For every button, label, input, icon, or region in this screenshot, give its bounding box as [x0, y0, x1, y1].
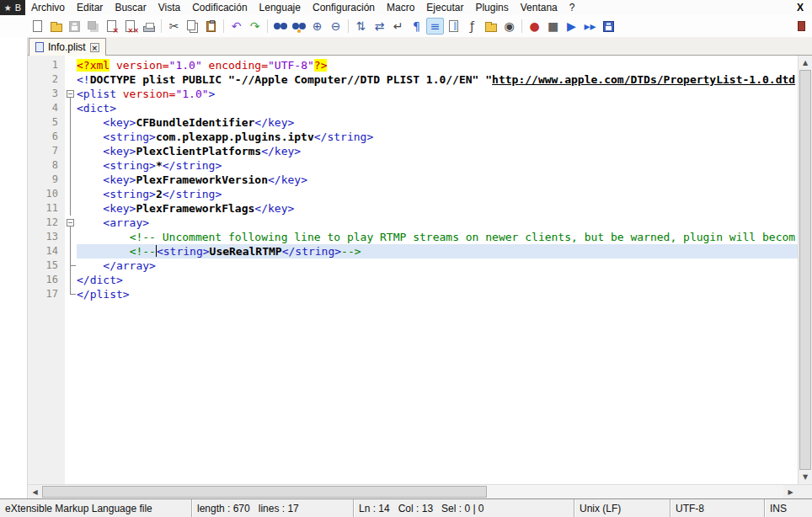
- close-all-button[interactable]: [121, 18, 139, 35]
- scroll-left-icon[interactable]: ◀: [28, 485, 42, 498]
- new-file-button[interactable]: [29, 18, 46, 35]
- horizontal-scroll-thumb[interactable]: [42, 486, 487, 498]
- code-token: <string>: [103, 131, 156, 143]
- undo-button[interactable]: ↶: [227, 18, 245, 35]
- line-number[interactable]: 9: [28, 173, 65, 187]
- line-number[interactable]: 8: [28, 158, 65, 173]
- cut-button[interactable]: ✂: [165, 18, 183, 35]
- code-line[interactable]: 17</plist>: [28, 287, 798, 301]
- menu-codificacion[interactable]: Codificación: [186, 0, 253, 15]
- stop-macro-button[interactable]: ■: [544, 18, 562, 35]
- save-macro-button[interactable]: [600, 18, 617, 35]
- function-list-button[interactable]: ƒ: [463, 18, 481, 35]
- menu-plugins[interactable]: Plugins: [469, 0, 514, 15]
- paste-button[interactable]: [202, 18, 220, 35]
- tab-info-plist[interactable]: Info.plist ×: [29, 38, 106, 56]
- redo-button[interactable]: ↷: [246, 18, 264, 35]
- line-number[interactable]: 2: [28, 72, 65, 87]
- line-number[interactable]: 15: [28, 258, 65, 273]
- code-line[interactable]: 14 <!--<string>UseRealRTMP</string>-->: [28, 244, 798, 258]
- fold-toggle-icon[interactable]: [65, 87, 77, 101]
- vertical-scrollbar[interactable]: ▲ ▼: [798, 56, 812, 484]
- menu-editar[interactable]: Editar: [71, 0, 109, 15]
- line-number[interactable]: 11: [28, 201, 65, 216]
- function-list-icon: ƒ: [470, 20, 474, 32]
- run-macro-multiple-icon: ▸▸: [584, 20, 596, 32]
- line-number[interactable]: 7: [28, 144, 65, 158]
- menu-ejecutar[interactable]: Ejecutar: [420, 0, 469, 15]
- code-line[interactable]: 13 <!-- Uncomment following line to play…: [28, 230, 798, 244]
- line-number[interactable]: 3: [28, 87, 65, 101]
- line-number[interactable]: 12: [28, 216, 65, 230]
- close-file-button[interactable]: [103, 18, 120, 35]
- code-token: <array>: [103, 216, 149, 229]
- code-line[interactable]: 12 <array>: [28, 216, 798, 230]
- code-line[interactable]: 2<!DOCTYPE plist PUBLIC "-//Apple Comput…: [28, 72, 798, 87]
- indent-guide-button[interactable]: ≡: [426, 18, 444, 35]
- run-macro-multiple-button[interactable]: ▸▸: [581, 18, 599, 35]
- scroll-right-icon[interactable]: ▶: [783, 485, 798, 498]
- close-file-icon: [107, 20, 116, 32]
- line-number[interactable]: 5: [28, 115, 65, 130]
- code-line[interactable]: 6 <string>com.plexapp.plugins.iptv</stri…: [28, 130, 798, 144]
- line-number[interactable]: 1: [28, 58, 65, 72]
- menu-macro[interactable]: Macro: [381, 0, 420, 15]
- save-all-button[interactable]: [84, 18, 102, 35]
- sync-vertical-scrolling-button[interactable]: ⇅: [352, 18, 370, 35]
- code-line[interactable]: 16</dict>: [28, 273, 798, 287]
- zoom-out-button[interactable]: ⊖: [327, 18, 345, 35]
- menu-buscar[interactable]: Buscar: [109, 0, 152, 15]
- menu-ventana[interactable]: Ventana: [515, 0, 564, 15]
- vertical-scroll-thumb[interactable]: [799, 70, 811, 470]
- copy-button[interactable]: [184, 18, 201, 35]
- code-line[interactable]: 5 <key>CFBundleIdentifier</key>: [28, 115, 798, 130]
- fold-toggle-icon[interactable]: [65, 216, 77, 230]
- code-editor[interactable]: 1<?xml version="1.0" encoding="UTF-8"?>2…: [28, 56, 798, 484]
- menu-vista[interactable]: Vista: [152, 0, 186, 15]
- code-line[interactable]: 1<?xml version="1.0" encoding="UTF-8"?>: [28, 58, 798, 72]
- window-close-button[interactable]: X: [788, 1, 812, 14]
- code-line[interactable]: 10 <string>2</string>: [28, 187, 798, 201]
- menu-lenguaje[interactable]: Lenguaje: [254, 0, 307, 15]
- horizontal-scrollbar[interactable]: ◀ ▶: [28, 484, 812, 498]
- code-line[interactable]: 9 <key>PlexFrameworkVersion</key>: [28, 173, 798, 187]
- menu-configuracion[interactable]: Configuración: [307, 0, 381, 15]
- main-area: Info.plist × 1<?xml version="1.0" encodi…: [0, 37, 812, 498]
- line-number[interactable]: 10: [28, 187, 65, 201]
- line-number[interactable]: 14: [28, 244, 65, 258]
- folder-as-workspace-button[interactable]: [482, 18, 499, 35]
- monitoring-button[interactable]: ◉: [500, 18, 518, 35]
- line-number[interactable]: 17: [28, 287, 65, 301]
- zoom-in-button[interactable]: ⊕: [308, 18, 326, 35]
- line-number[interactable]: 16: [28, 273, 65, 287]
- record-macro-button[interactable]: ●: [526, 18, 543, 35]
- code-line[interactable]: 11 <key>PlexFrameworkFlags</key>: [28, 201, 798, 216]
- tab-close-icon[interactable]: ×: [90, 43, 99, 52]
- code-line[interactable]: 3<plist version="1.0">: [28, 87, 798, 101]
- scroll-up-icon[interactable]: ▲: [799, 56, 812, 70]
- document-map-button[interactable]: [445, 18, 462, 35]
- play-macro-button[interactable]: ▶: [563, 18, 580, 35]
- print-button[interactable]: [140, 18, 158, 35]
- find-button[interactable]: [271, 18, 289, 35]
- menu-archivo[interactable]: Archivo: [25, 0, 71, 15]
- code-text: </dict>: [77, 273, 798, 287]
- code-line[interactable]: 15 </array>: [28, 258, 798, 273]
- open-folder-button[interactable]: [47, 18, 65, 35]
- replace-button[interactable]: [290, 18, 307, 35]
- code-line[interactable]: 8 <string>*</string>: [28, 158, 798, 173]
- code-token: [110, 59, 116, 72]
- save-button[interactable]: [66, 18, 83, 35]
- code-line[interactable]: 4<dict>: [28, 101, 798, 115]
- vertical-scroll-track[interactable]: [799, 70, 812, 470]
- horizontal-scroll-track[interactable]: [42, 485, 783, 498]
- show-all-characters-button[interactable]: ¶: [408, 18, 425, 35]
- line-number[interactable]: 13: [28, 230, 65, 244]
- menu-help[interactable]: ?: [564, 0, 581, 15]
- code-line[interactable]: 7 <key>PlexClientPlatforms</key>: [28, 144, 798, 158]
- word-wrap-button[interactable]: ↵: [389, 18, 407, 35]
- line-number[interactable]: 4: [28, 101, 65, 115]
- scroll-down-icon[interactable]: ▼: [799, 470, 812, 484]
- sync-horizontal-scrolling-button[interactable]: ⇄: [371, 18, 388, 35]
- line-number[interactable]: 6: [28, 130, 65, 144]
